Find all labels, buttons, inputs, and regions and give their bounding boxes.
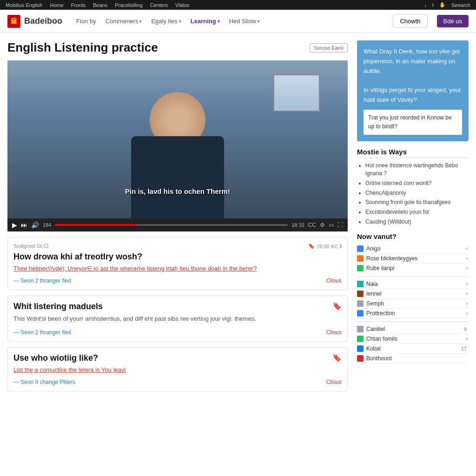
semph-icon bbox=[357, 300, 364, 307]
chevron-down-icon: ▾ bbox=[258, 19, 260, 24]
list-item: Hot onee thistence wartingehds Bebo igna… bbox=[365, 162, 469, 178]
chevron-down-icon: ▾ bbox=[139, 19, 142, 24]
main-content: English Listening practice Sorose Earol … bbox=[7, 40, 348, 397]
download-icon[interactable]: ↓ bbox=[424, 2, 427, 8]
list-item: Semph × bbox=[357, 299, 469, 309]
nav-link-egalyties[interactable]: Egaly ties ▾ bbox=[151, 18, 181, 25]
nav-link-fion[interactable]: Fion by bbox=[76, 18, 96, 25]
content-card-2: Use who wiotiig like? 🔖 List the a comuc… bbox=[7, 347, 348, 391]
bookmark-icon-2: 🔖 bbox=[332, 353, 342, 362]
info-icon: ℹ bbox=[340, 243, 342, 249]
nav-link-learning[interactable]: Learning ▾ bbox=[191, 18, 220, 25]
prottrection-icon bbox=[357, 310, 364, 317]
section-meta-0: Sodigned 1b Cl 🔖 76:00 KC ℹ bbox=[13, 243, 342, 249]
search-label[interactable]: Seearch bbox=[451, 2, 470, 8]
divider bbox=[357, 321, 469, 322]
cc-icon[interactable]: CC bbox=[308, 222, 316, 228]
video-subtitle: Pin is, lavd his to ochen Therm! bbox=[7, 187, 348, 195]
time-display: 18:15 bbox=[291, 222, 304, 228]
list-item: Canitiel 9 bbox=[357, 324, 469, 334]
play-button[interactable]: ▶ bbox=[12, 221, 17, 229]
content-card-1: Whit listering maduels 🔖 This Wdnt'sl be… bbox=[7, 296, 348, 342]
list-item: Anigo × bbox=[357, 244, 469, 254]
list-item: Grime isterned com wonlt? bbox=[365, 179, 469, 187]
section-title-1: Whit listering maduels bbox=[13, 302, 103, 311]
list-item: Naia × bbox=[357, 279, 469, 289]
chtan-icon bbox=[357, 336, 364, 342]
list-item: Rose blickenteygyes × bbox=[357, 254, 469, 264]
list-item: Excrdondevelielo youn for bbox=[365, 208, 469, 216]
video-player: Pin is, lavd his to ochen Therm! ▶ ⏭ 🔊 1… bbox=[7, 60, 348, 231]
top-bar-right: ↓ I ✋ Seearch bbox=[424, 2, 470, 8]
nav-link-hedsliow[interactable]: Hed Sliow ▾ bbox=[229, 18, 260, 25]
rube-icon bbox=[357, 265, 364, 271]
list-item: Sounning fronii gole lis thanafgees bbox=[365, 198, 469, 206]
topbar-link-6[interactable]: Viidoo bbox=[175, 2, 189, 8]
section-close-0[interactable]: Cllous bbox=[326, 278, 342, 284]
progress-bar[interactable] bbox=[55, 224, 288, 226]
section-title-0: How drowa khi af treotlry wosh? bbox=[13, 252, 342, 262]
kobal-icon bbox=[357, 345, 364, 352]
section-close-2[interactable]: Cllous bbox=[326, 379, 342, 385]
section-link-2[interactable]: List the a comuctice the letera is You l… bbox=[13, 366, 126, 373]
divider bbox=[357, 276, 469, 277]
section-footer-2: — Seon II change Pltiers Cllous bbox=[13, 377, 342, 385]
fullscreen-icon[interactable]: ⛶ bbox=[337, 222, 343, 228]
topbar-link-2[interactable]: Fronts bbox=[71, 2, 86, 8]
chowth-button[interactable]: Chowth bbox=[393, 14, 427, 28]
anigo-icon bbox=[357, 245, 364, 252]
list-item: Iennel × bbox=[357, 289, 469, 299]
list-item: Bonthount bbox=[357, 354, 469, 364]
section-tag-2[interactable]: — Seon II change Pltiers bbox=[13, 379, 75, 385]
volume-level: 184 bbox=[43, 222, 51, 228]
skip-button[interactable]: ⏭ bbox=[21, 221, 27, 229]
rose-icon bbox=[357, 255, 364, 262]
sponsor-label[interactable]: Sorose Earol bbox=[310, 43, 348, 53]
topbar-link-5[interactable]: Centers bbox=[150, 2, 168, 8]
sidebar-inner-box[interactable]: Trat ynu just reorded in Knnow be up to … bbox=[364, 110, 462, 135]
list-item: Rube lianpr × bbox=[357, 264, 469, 273]
bonthount-icon bbox=[357, 355, 364, 362]
naia-icon bbox=[357, 281, 364, 287]
video-controls-right: CC ⚙ ▭ ⛶ bbox=[308, 222, 343, 228]
topbar-link-1[interactable]: Home bbox=[50, 2, 63, 8]
sidebar: What Dray II Denk, how too vike get pisp… bbox=[357, 40, 469, 397]
section-tag-1[interactable]: — Seon 2 thranger fied bbox=[13, 329, 71, 336]
sidebar-blue-text: What Dray II Denk, how too vike get pisp… bbox=[364, 47, 462, 105]
hand-icon[interactable]: ✋ bbox=[439, 2, 446, 8]
list-item: Kobal 17 bbox=[357, 344, 469, 354]
section-meta-left-0: Sodigned 1b Cl bbox=[13, 243, 48, 249]
sidebar-mostie-list: Hot onee thistence wartingehds Bebo igna… bbox=[357, 162, 469, 226]
list-item: Chtan fomils × bbox=[357, 334, 469, 344]
top-bar-links: Mobilius English Home Fronts Beans Prace… bbox=[6, 2, 189, 8]
list-item: Cauding (Wiildout) bbox=[365, 218, 469, 226]
section-title-2: Use who wiotiig like? bbox=[13, 353, 98, 363]
section-footer-1: — Seon 2 thranger fied Cllous bbox=[13, 327, 342, 336]
bookmark-icon-1: 🔖 bbox=[332, 302, 342, 311]
bde-us-button[interactable]: Bde us bbox=[437, 15, 469, 27]
canitiel-icon bbox=[357, 326, 364, 332]
settings-icon[interactable]: ⚙ bbox=[320, 222, 325, 228]
section-footer-0: — Seon 2 thranger fied Cllous bbox=[13, 276, 342, 284]
content-card-0: Sodigned 1b Cl 🔖 76:00 KC ℹ How drowa kh… bbox=[7, 237, 348, 290]
video-controls: ▶ ⏭ 🔊 184 18:15 CC ⚙ ▭ ⛶ bbox=[7, 218, 348, 231]
section-link-0[interactable]: Thee hetiper///vde); Uneyor∈ io ast the … bbox=[13, 265, 257, 272]
brand-logo[interactable]: 🏛 Badeiboo bbox=[7, 15, 62, 28]
page-title: English Listening practice bbox=[7, 40, 158, 55]
cursor-icon[interactable]: I bbox=[432, 2, 434, 8]
section-body-1: This Wdnt'sl been of yourr amhisterrtius… bbox=[13, 314, 342, 324]
section-tag-0[interactable]: — Seon 2 thranger fied bbox=[13, 278, 71, 284]
volume-button[interactable]: 🔊 bbox=[31, 221, 39, 229]
theater-icon[interactable]: ▭ bbox=[329, 222, 334, 228]
nav-link-commeners[interactable]: Commeners ▾ bbox=[106, 18, 142, 25]
sidebar-mostie-title: Mostie is Ways bbox=[357, 148, 469, 158]
section-close-1[interactable]: Cllous bbox=[326, 329, 342, 336]
iennel-icon bbox=[357, 291, 364, 297]
sidebar-mostie: Mostie is Ways Hot onee thistence wartin… bbox=[357, 148, 469, 226]
topbar-link-4[interactable]: Pracelistling bbox=[115, 2, 142, 8]
topbar-link-3[interactable]: Beans bbox=[93, 2, 107, 8]
now-want-title: Now vanut? bbox=[357, 232, 469, 240]
top-bar: Mobilius English Home Fronts Beans Prace… bbox=[0, 0, 476, 10]
topbar-link-0[interactable]: Mobilius English bbox=[6, 2, 42, 8]
video-thumbnail[interactable]: Pin is, lavd his to ochen Therm! bbox=[7, 60, 348, 218]
